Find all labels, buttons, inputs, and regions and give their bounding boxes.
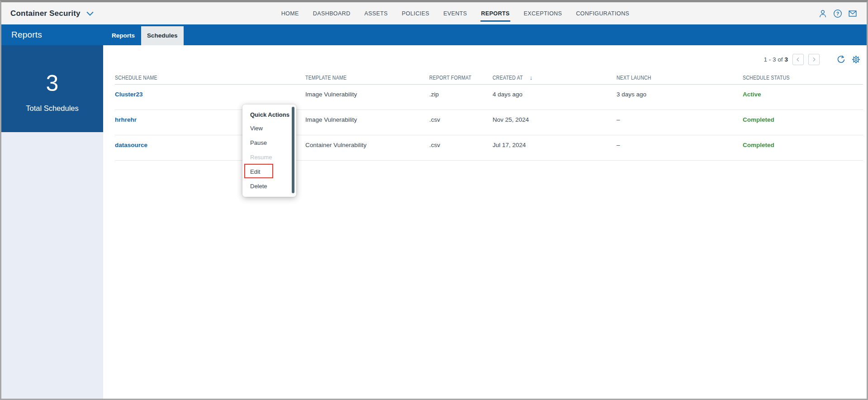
schedules-table: SCHEDULE NAME TEMPLATE NAME REPORT FORMA… (115, 71, 863, 161)
nav-item-home[interactable]: HOME (281, 10, 299, 17)
table-row: hrhrehr Image Vulnerability .csv Nov 25,… (115, 110, 863, 135)
cell-report-format: .zip (429, 85, 493, 110)
total-schedules-card: 3 Total Schedules (1, 45, 103, 132)
chevron-down-icon (85, 9, 95, 19)
toolbar: 1 - 3 of 3 (103, 45, 867, 71)
cell-template-name: Image Vulnerability (305, 85, 429, 110)
cell-next-launch: – (617, 135, 743, 160)
page-title: Reports (11, 30, 42, 40)
pagination-next-button[interactable] (808, 54, 820, 65)
main-area: 3 Total Schedules 1 - 3 of 3 (1, 45, 867, 399)
sidebar: 3 Total Schedules (1, 45, 103, 399)
table-row: Cluster23 Image Vulnerability .zip 4 day… (115, 85, 863, 110)
pagination-prev-button[interactable] (792, 54, 804, 65)
content: 1 - 3 of 3 (103, 45, 867, 399)
column-header-schedule-name[interactable]: SCHEDULE NAME (115, 75, 305, 81)
header-icons: ? (818, 9, 858, 19)
settings-button[interactable] (851, 55, 861, 64)
column-header-report-format[interactable]: REPORT FORMAT (429, 75, 493, 81)
menu-item-resume: Resume (242, 150, 296, 165)
stat-label: Total Schedules (1, 104, 103, 113)
user-icon[interactable] (818, 9, 828, 19)
cell-next-launch: – (617, 110, 743, 135)
quick-actions-title: Quick Actions (242, 109, 296, 121)
mail-icon[interactable] (848, 9, 858, 19)
product-title: Container Security (10, 9, 81, 18)
cell-report-format: .csv (429, 135, 493, 160)
tab-schedules[interactable]: Schedules (141, 26, 184, 45)
nav-item-assets[interactable]: ASSETS (365, 10, 388, 17)
status-badge: Completed (743, 110, 863, 135)
menu-scrollbar[interactable] (292, 107, 294, 193)
menu-item-pause[interactable]: Pause (242, 136, 296, 150)
top-nav: HOME DASHBOARD ASSETS POLICIES EVENTS RE… (281, 10, 630, 17)
schedule-link[interactable]: hrhrehr (115, 116, 137, 123)
nav-item-configurations[interactable]: CONFIGURATIONS (576, 10, 629, 17)
cell-template-name: Image Vulnerability (305, 110, 429, 135)
nav-item-dashboard[interactable]: DASHBOARD (313, 10, 351, 17)
schedule-link[interactable]: Cluster23 (115, 91, 143, 98)
cell-created-at: Jul 17, 2024 (493, 135, 617, 160)
nav-item-exceptions[interactable]: EXCEPTIONS (524, 10, 562, 17)
cell-report-format: .csv (429, 110, 493, 135)
menu-item-delete[interactable]: Delete (242, 179, 296, 194)
stat-value: 3 (1, 71, 103, 96)
status-badge: Completed (743, 135, 863, 160)
svg-text:?: ? (836, 10, 839, 16)
table-header-row: SCHEDULE NAME TEMPLATE NAME REPORT FORMA… (115, 71, 863, 85)
menu-item-edit[interactable]: Edit (242, 165, 296, 179)
refresh-button[interactable] (836, 54, 846, 65)
cell-template-name: Container Vulnerability (305, 135, 429, 160)
cell-created-at: Nov 25, 2024 (493, 110, 617, 135)
menu-item-view[interactable]: View (242, 121, 296, 136)
pagination-total: 3 (784, 56, 788, 63)
app-window: Container Security HOME DASHBOARD ASSETS… (0, 0, 868, 400)
product-switcher[interactable]: Container Security (10, 9, 95, 19)
refresh-icon (836, 54, 846, 65)
gear-icon (851, 55, 861, 64)
column-header-created-at[interactable]: CREATED AT ↓ (493, 74, 617, 81)
help-icon[interactable]: ? (833, 9, 843, 19)
nav-item-reports[interactable]: REPORTS (481, 10, 510, 17)
nav-item-policies[interactable]: POLICIES (402, 10, 429, 17)
page-tabs: Reports Schedules (105, 24, 184, 45)
cell-created-at: 4 days ago (493, 85, 617, 110)
chevron-right-icon (811, 57, 816, 62)
nav-item-events[interactable]: EVENTS (443, 10, 467, 17)
table-row: datasource Container Vulnerability .csv … (115, 135, 863, 161)
page-bar: Reports Reports Schedules (1, 24, 867, 45)
sort-desc-icon: ↓ (530, 74, 533, 81)
quick-actions-menu: Quick Actions View Pause Resume Edit Del… (242, 105, 296, 197)
menu-item-edit-label: Edit (250, 168, 260, 175)
chevron-left-icon (796, 57, 801, 62)
tab-reports[interactable]: Reports (105, 26, 141, 45)
app-header: Container Security HOME DASHBOARD ASSETS… (1, 2, 867, 24)
status-badge: Active (743, 85, 863, 110)
pagination-range: 1 - 3 of (764, 56, 783, 63)
column-header-next-launch[interactable]: NEXT LAUNCH (617, 75, 743, 81)
cell-next-launch: 3 days ago (617, 85, 743, 110)
schedule-link[interactable]: datasource (115, 142, 147, 148)
column-header-template-name[interactable]: TEMPLATE NAME (305, 75, 429, 81)
column-header-schedule-status[interactable]: SCHEDULE STATUS (743, 75, 863, 81)
